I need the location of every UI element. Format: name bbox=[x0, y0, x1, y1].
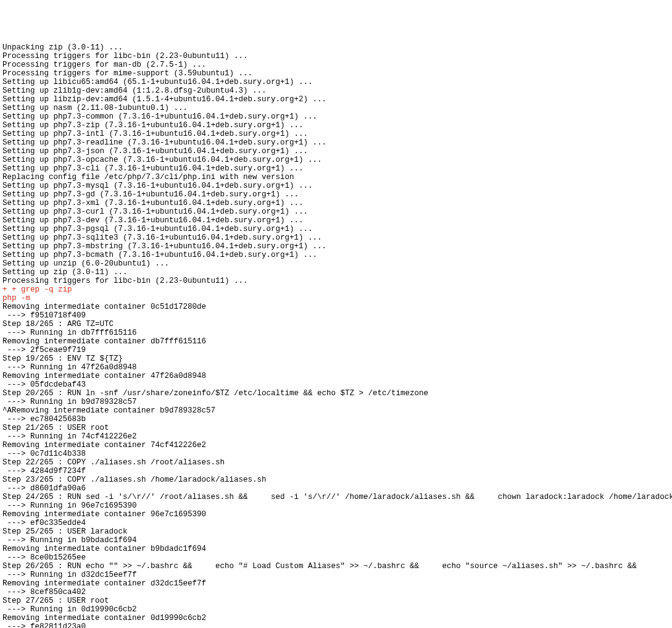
terminal-line: Removing intermediate container 74cf4122… bbox=[2, 441, 670, 450]
terminal-line: ---> Running in b9d789328c57 bbox=[2, 398, 670, 406]
terminal-line: ---> 0c7d11c4b338 bbox=[2, 450, 670, 458]
terminal-line: Step 26/265 : RUN echo "" >> ~/.bashrc &… bbox=[2, 562, 670, 571]
terminal-line: ---> Running in 47f26a0d8948 bbox=[2, 363, 670, 372]
terminal-line: Step 24/265 : RUN sed -i 's/\r//' /root/… bbox=[2, 493, 670, 501]
terminal-line: Step 20/265 : RUN ln -snf /usr/share/zon… bbox=[2, 389, 670, 398]
terminal-line: Setting up php7.3-opcache (7.3.16-1+ubun… bbox=[2, 156, 670, 164]
terminal-line: Setting up php7.3-readline (7.3.16-1+ubu… bbox=[2, 138, 670, 147]
terminal-line: Setting up zip (3.0-11) ... bbox=[2, 268, 670, 277]
terminal-line: Step 22/265 : COPY ./aliases.sh /root/al… bbox=[2, 458, 670, 467]
terminal-line: Removing intermediate container 47f26a0d… bbox=[2, 372, 670, 380]
terminal-line: ---> Running in db7fff615116 bbox=[2, 329, 670, 337]
terminal-line: Processing triggers for man-db (2.7.5-1)… bbox=[2, 61, 670, 69]
terminal-line: Step 19/265 : ENV TZ ${TZ} bbox=[2, 354, 670, 363]
terminal-line: Setting up php7.3-gd (7.3.16-1+ubuntu16.… bbox=[2, 190, 670, 199]
terminal-line: Setting up php7.3-xml (7.3.16-1+ubuntu16… bbox=[2, 199, 670, 207]
terminal-line: ---> d8601dfa90a6 bbox=[2, 484, 670, 493]
terminal-line: Setting up php7.3-sqlite3 (7.3.16-1+ubun… bbox=[2, 233, 670, 242]
terminal-line: Setting up unzip (6.0-20ubuntu1) ... bbox=[2, 259, 670, 268]
terminal-line: Step 27/265 : USER root bbox=[2, 597, 670, 605]
terminal-line: ---> fe82811d23a0 bbox=[2, 622, 670, 628]
terminal-line: Setting up php7.3-bcmath (7.3.16-1+ubunt… bbox=[2, 251, 670, 259]
terminal-line: Unpacking zip (3.0-11) ... bbox=[2, 43, 670, 52]
terminal-line: Setting up php7.3-curl (7.3.16-1+ubuntu1… bbox=[2, 207, 670, 216]
terminal-line: Setting up php7.3-intl (7.3.16-1+ubuntu1… bbox=[2, 130, 670, 138]
terminal-line: Setting up php7.3-zip (7.3.16-1+ubuntu16… bbox=[2, 121, 670, 130]
terminal-line: Processing triggers for mime-support (3.… bbox=[2, 69, 670, 78]
terminal-line: ---> ef0c335edde4 bbox=[2, 519, 670, 527]
terminal-line: ---> Running in 0d19990c6cb2 bbox=[2, 605, 670, 614]
terminal-line: Processing triggers for libc-bin (2.23-0… bbox=[2, 52, 670, 61]
terminal-line: ---> ec780425683b bbox=[2, 415, 670, 424]
terminal-line: Setting up libicu65:amd64 (65.1-1+ubuntu… bbox=[2, 78, 670, 86]
terminal-line: ---> 05fdcdebaf43 bbox=[2, 380, 670, 389]
terminal-line: Replacing config file /etc/php/7.3/cli/p… bbox=[2, 173, 670, 182]
terminal-line: Setting up php7.3-mysql (7.3.16-1+ubuntu… bbox=[2, 182, 670, 190]
terminal-line: Removing intermediate container 96e7c169… bbox=[2, 510, 670, 519]
terminal-line: ---> 8ce0b15265ee bbox=[2, 553, 670, 562]
terminal-line: Setting up php7.3-common (7.3.16-1+ubunt… bbox=[2, 112, 670, 121]
terminal-line: Step 18/265 : ARG TZ=UTC bbox=[2, 320, 670, 329]
terminal-line: ---> Running in b9bdadc1f694 bbox=[2, 536, 670, 545]
terminal-line: ---> Running in 96e7c1695390 bbox=[2, 501, 670, 510]
terminal-line: ---> Running in d32dc15eef7f bbox=[2, 571, 670, 579]
terminal-line: Removing intermediate container b9bdadc1… bbox=[2, 545, 670, 553]
terminal-line: Removing intermediate container 0d19990c… bbox=[2, 614, 670, 622]
terminal-line: ---> 8cef850ca402 bbox=[2, 588, 670, 597]
terminal-line: Setting up php7.3-json (7.3.16-1+ubuntu1… bbox=[2, 147, 670, 156]
terminal-line: Removing intermediate container d32dc15e… bbox=[2, 579, 670, 588]
terminal-line: Setting up php7.3-pgsql (7.3.16-1+ubuntu… bbox=[2, 225, 670, 233]
terminal-line: ^ARemoving intermediate container b9d789… bbox=[2, 406, 670, 415]
terminal-line: Step 21/265 : USER root bbox=[2, 424, 670, 432]
terminal-line: Setting up php7.3-mbstring (7.3.16-1+ubu… bbox=[2, 242, 670, 251]
terminal-line: ---> 2f5ceae9f719 bbox=[2, 346, 670, 354]
terminal-line: php -m bbox=[2, 294, 670, 303]
terminal-line: Setting up php7.3-dev (7.3.16-1+ubuntu16… bbox=[2, 216, 670, 225]
terminal-line: Step 23/265 : COPY ./aliases.sh /home/la… bbox=[2, 475, 670, 484]
terminal-line: Setting up libzip-dev:amd64 (1.5.1-4+ubu… bbox=[2, 95, 670, 104]
terminal-line: ---> f9510718f409 bbox=[2, 311, 670, 320]
terminal-line: Processing triggers for libc-bin (2.23-0… bbox=[2, 277, 670, 285]
terminal-output[interactable]: Unpacking zip (3.0-11) ...Processing tri… bbox=[0, 43, 672, 628]
terminal-line: ---> Running in 74cf412226e2 bbox=[2, 432, 670, 441]
terminal-line: Setting up zlib1g-dev:amd64 (1:1.2.8.dfs… bbox=[2, 86, 670, 95]
terminal-line: Removing intermediate container 0c51d172… bbox=[2, 303, 670, 311]
terminal-line: Removing intermediate container db7fff61… bbox=[2, 337, 670, 346]
terminal-line: ---> 4284d9f7234f bbox=[2, 467, 670, 475]
terminal-line: Setting up php7.3-cli (7.3.16-1+ubuntu16… bbox=[2, 164, 670, 173]
terminal-line: Setting up nasm (2.11.08-1ubuntu0.1) ... bbox=[2, 104, 670, 112]
terminal-line: + + grep -q zip bbox=[2, 285, 670, 294]
terminal-line: Step 25/265 : USER laradock bbox=[2, 527, 670, 536]
